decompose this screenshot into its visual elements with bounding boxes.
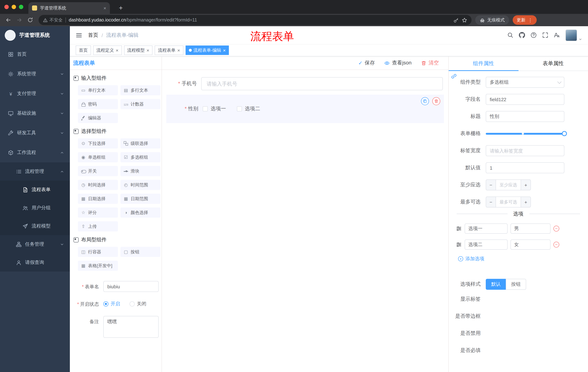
status-on-radio[interactable]: 开启 — [103, 301, 120, 307]
delete-component-button[interactable] — [432, 97, 440, 105]
tag-home[interactable]: 首页 — [76, 45, 91, 55]
sidebar-item-workflow[interactable]: 工作流程 — [0, 143, 70, 162]
github-icon[interactable] — [519, 32, 525, 38]
close-icon[interactable]: × — [116, 48, 118, 53]
add-option-button[interactable]: + 添加选项 — [458, 255, 588, 262]
drag-handle-icon[interactable] — [456, 242, 462, 247]
title-input[interactable] — [486, 111, 564, 122]
slider-track[interactable] — [486, 133, 564, 135]
palette-item-select[interactable]: 下拉选择 — [78, 138, 118, 149]
style-button-button[interactable]: 按钮 — [506, 279, 526, 290]
remove-option-button[interactable]: − — [553, 226, 559, 232]
reload-button[interactable] — [25, 15, 35, 25]
palette-item-date[interactable]: 日期选择 — [78, 194, 118, 204]
save-button[interactable]: ✓保存 — [358, 60, 375, 66]
sidebar-item-process-form[interactable]: 流程表单 — [0, 181, 70, 199]
palette-item-textarea[interactable]: 多行文本 — [120, 85, 160, 95]
selected-component[interactable]: *性别 选项一 选项二 — [166, 95, 444, 123]
gender-option-1[interactable]: 选项一 — [203, 106, 226, 112]
sidebar-item-home[interactable]: 首页 — [0, 44, 70, 64]
sidebar-item-task-mgmt[interactable]: 任务管理 — [0, 235, 70, 253]
tag-process-model[interactable]: 流程模型× — [124, 45, 152, 55]
sidebar-item-system[interactable]: 系统管理 — [0, 64, 70, 84]
back-button[interactable] — [4, 15, 13, 25]
palette-item-single-text[interactable]: 单行文本 — [78, 85, 118, 95]
bookmark-star-icon[interactable] — [462, 17, 467, 23]
sidebar-item-process-model[interactable]: 流程模型 — [0, 217, 70, 235]
status-off-radio[interactable]: 关闭 — [129, 301, 146, 307]
palette-item-radio-group[interactable]: 单选框组 — [78, 152, 118, 162]
checkbox[interactable] — [237, 106, 242, 111]
fullscreen-icon[interactable] — [542, 32, 548, 38]
min-stepper-value[interactable]: 至少应选 — [496, 180, 521, 190]
clear-button[interactable]: 清空 — [421, 60, 439, 66]
default-value-input[interactable] — [486, 162, 564, 173]
form-remark-input[interactable]: 嘿嘿 — [103, 316, 159, 338]
user-menu[interactable] — [566, 29, 582, 41]
option-1-value-input[interactable] — [511, 223, 551, 234]
option-2-value-input[interactable] — [511, 240, 551, 250]
field-name-input[interactable] — [486, 94, 564, 105]
close-icon[interactable]: × — [223, 48, 226, 53]
drag-handle-icon[interactable] — [456, 226, 462, 232]
palette-item-color[interactable]: 颜色选择 — [120, 207, 160, 218]
sidebar-item-infra[interactable]: 基础设施 — [0, 103, 70, 123]
window-zoom-button[interactable] — [19, 5, 23, 9]
max-stepper-value[interactable]: 最多可选 — [496, 197, 521, 207]
hamburger-icon[interactable] — [76, 32, 82, 38]
palette-item-date-range[interactable]: 日期范围 — [120, 194, 160, 204]
palette-item-switch[interactable]: 开关 — [78, 166, 118, 176]
palette-item-counter[interactable]: 计数器 — [120, 99, 160, 109]
palette-item-table[interactable]: 表格[开发中] — [78, 261, 118, 271]
window-minimize-button[interactable] — [12, 5, 16, 9]
password-key-icon[interactable] — [453, 17, 459, 23]
phone-input[interactable] — [201, 77, 443, 90]
sidebar-item-leave-query[interactable]: 请假查询 — [0, 253, 70, 272]
close-icon[interactable]: × — [177, 48, 180, 53]
search-icon[interactable] — [507, 32, 514, 38]
close-icon[interactable]: × — [147, 48, 149, 53]
gender-option-2[interactable]: 选项二 — [237, 106, 260, 112]
browser-tab[interactable]: 芋道管理系统 × — [28, 2, 110, 14]
sidebar-item-process-mgmt[interactable]: 流程管理 — [0, 162, 70, 181]
tag-process-form-edit[interactable]: 流程表单-编辑× — [186, 45, 229, 55]
font-size-icon[interactable] — [554, 32, 560, 38]
style-default-button[interactable]: 默认 — [486, 279, 506, 290]
option-1-label-input[interactable] — [465, 223, 508, 234]
palette-item-password[interactable]: 密码 — [78, 99, 118, 109]
sidebar-item-payment[interactable]: ¥ 支付管理 — [0, 84, 70, 103]
palette-item-upload[interactable]: 上传 — [78, 221, 118, 232]
checkbox[interactable] — [203, 106, 208, 111]
browser-menu-icon[interactable]: ⋮ — [528, 17, 533, 23]
slider-handle[interactable] — [562, 131, 567, 136]
palette-item-checkbox-group[interactable]: 多选框组 — [120, 152, 160, 162]
palette-item-time[interactable]: 时间选择 — [78, 180, 118, 190]
security-warning[interactable]: 不安全 — [43, 17, 63, 23]
tab-form-props[interactable]: 表单属性 — [518, 56, 588, 71]
grid-slider[interactable] — [486, 128, 564, 139]
new-tab-button[interactable]: + — [116, 3, 126, 13]
view-json-button[interactable]: 查看json — [384, 60, 411, 66]
increase-button[interactable]: + — [521, 180, 531, 190]
forward-button[interactable] — [15, 15, 24, 25]
label-width-input[interactable] — [486, 145, 564, 156]
address-bar[interactable]: 不安全 dashboard.yudao.iocoder.cn/bpm/manag… — [39, 15, 472, 25]
phone-field-row[interactable]: *手机号 — [162, 77, 448, 90]
palette-item-editor[interactable]: 编辑器 — [78, 113, 118, 123]
sidebar-item-devtools[interactable]: 研发工具 — [0, 123, 70, 143]
decrease-button[interactable]: − — [486, 197, 496, 207]
palette-item-row[interactable]: 行容器 — [78, 247, 118, 257]
remove-option-button[interactable]: − — [553, 242, 559, 247]
palette-item-rate[interactable]: 评分 — [78, 207, 118, 218]
link-icon[interactable] — [451, 73, 457, 79]
help-icon[interactable] — [531, 32, 537, 38]
browser-update-button[interactable]: 更新 ⋮ — [513, 15, 537, 25]
tab-component-props[interactable]: 组件属性 — [449, 56, 518, 71]
component-type-select[interactable]: 多选框组 — [486, 77, 564, 88]
copy-component-button[interactable] — [421, 97, 429, 105]
avatar[interactable] — [566, 29, 577, 41]
increase-button[interactable]: + — [521, 197, 531, 207]
tag-process-form[interactable]: 流程表单× — [155, 45, 183, 55]
window-close-button[interactable] — [4, 5, 9, 9]
palette-item-button[interactable]: 按钮 — [120, 247, 160, 257]
